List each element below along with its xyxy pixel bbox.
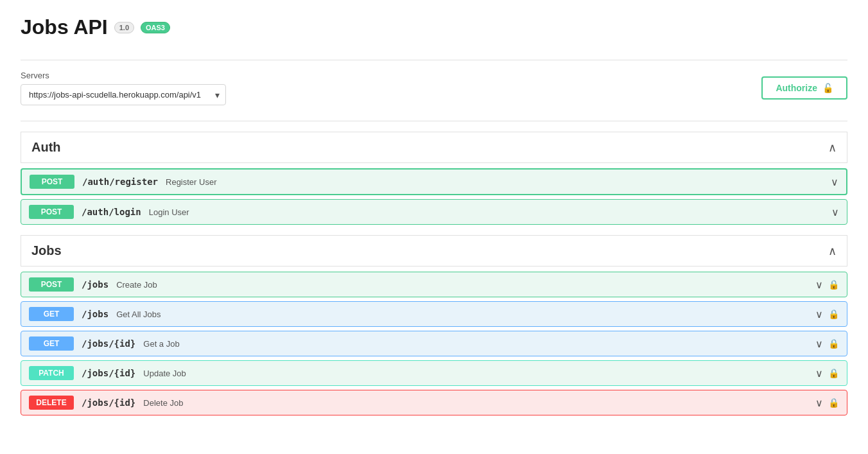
server-select[interactable]: https://jobs-api-scudella.herokuapp.com/… [21,84,226,105]
endpoint-desc: Delete Job [143,398,808,408]
endpoint-desc: Update Job [143,369,808,378]
servers-divider [21,121,847,121]
jobs-section-header[interactable]: Jobs ∧ [21,235,847,266]
endpoint-row[interactable]: POST /auth/login Login User ∨ [21,199,847,225]
lock-icon: 🔓 [822,83,833,93]
endpoint-path: /jobs/{id} [82,338,135,349]
endpoint-row[interactable]: GET /jobs Get All Jobs ∨ 🔒 [21,301,847,327]
servers-section: Servers https://jobs-api-scudella.heroku… [21,71,847,105]
authorize-button[interactable]: Authorize 🔓 [761,76,847,100]
chevron-down-icon: ∨ [815,279,823,291]
method-badge-patch: PATCH [29,366,74,380]
method-badge-get: GET [29,336,74,351]
method-badge-get: GET [29,307,74,321]
lock-icon: 🔒 [828,368,839,378]
chevron-down-icon: ∨ [831,206,839,218]
endpoint-path: /jobs [82,309,108,319]
jobs-chevron-icon: ∧ [828,244,837,258]
auth-section: Auth ∧ POST /auth/register Register User… [21,132,847,225]
endpoint-desc: Register User [166,177,823,187]
chevron-down-icon: ∨ [815,367,823,380]
endpoint-row[interactable]: DELETE /jobs/{id} Delete Job ∨ 🔒 [21,390,847,415]
lock-icon: 🔒 [828,397,839,408]
method-badge-post: POST [29,205,74,219]
endpoint-path: /jobs/{id} [82,397,135,408]
chevron-down-icon: ∨ [815,397,823,409]
jobs-section-title: Jobs [31,243,62,258]
endpoint-actions: ∨ 🔒 [815,338,839,350]
endpoint-row[interactable]: POST /jobs Create Job ∨ 🔒 [21,272,847,297]
chevron-down-icon: ∨ [815,338,823,350]
auth-section-title: Auth [31,140,61,155]
oas-badge: OAS3 [141,22,170,33]
auth-chevron-icon: ∧ [828,141,837,155]
method-badge-post: POST [30,175,74,189]
endpoint-actions: ∨ [831,206,839,218]
lock-icon: 🔒 [828,309,839,319]
chevron-down-icon: ∨ [815,308,823,320]
jobs-section: Jobs ∧ POST /jobs Create Job ∨ 🔒 GET /jo… [21,235,847,415]
lock-icon: 🔒 [828,279,839,290]
method-badge-delete: DELETE [29,396,74,410]
lock-icon: 🔒 [828,338,839,349]
endpoint-desc: Get a Job [143,339,808,349]
method-badge-post: POST [29,277,74,292]
endpoint-path: /auth/register [82,177,158,187]
server-select-wrapper: https://jobs-api-scudella.herokuapp.com/… [21,84,226,105]
endpoint-actions: ∨ [831,176,838,188]
version-badge: 1.0 [114,22,134,33]
endpoint-actions: ∨ 🔒 [815,279,839,291]
api-title: Jobs API [21,15,108,39]
endpoint-path: /jobs [82,279,108,290]
auth-section-header[interactable]: Auth ∧ [21,132,847,163]
page-wrapper: Jobs API 1.0 OAS3 Servers https://jobs-a… [0,0,868,454]
endpoint-actions: ∨ 🔒 [815,308,839,320]
endpoint-actions: ∨ 🔒 [815,397,839,409]
endpoint-path: /auth/login [82,207,141,217]
authorize-label: Authorize [776,83,817,93]
endpoint-desc: Login User [149,207,824,217]
servers-left: Servers https://jobs-api-scudella.heroku… [21,71,226,105]
endpoint-row[interactable]: GET /jobs/{id} Get a Job ∨ 🔒 [21,331,847,356]
endpoint-desc: Get All Jobs [116,310,808,319]
chevron-down-icon: ∨ [831,176,838,188]
servers-label: Servers [21,71,226,80]
endpoint-row[interactable]: POST /auth/register Register User ∨ [21,168,847,195]
endpoint-desc: Create Job [116,280,808,290]
header-divider [21,60,847,60]
api-header: Jobs API 1.0 OAS3 [21,15,847,39]
endpoint-path: /jobs/{id} [82,368,135,378]
endpoint-actions: ∨ 🔒 [815,367,839,380]
endpoint-row[interactable]: PATCH /jobs/{id} Update Job ∨ 🔒 [21,360,847,386]
